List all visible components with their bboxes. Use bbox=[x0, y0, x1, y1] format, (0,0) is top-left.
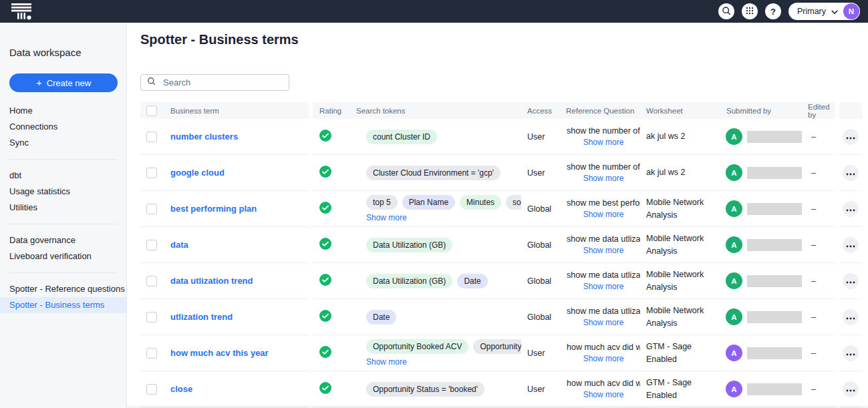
create-new-button[interactable]: + Create new bbox=[9, 73, 118, 92]
sidebar-item-spotter-reference-questions[interactable]: Spotter - Reference questions bbox=[0, 281, 126, 297]
question-show-more-link[interactable]: Show more bbox=[583, 174, 624, 183]
submitted-by-cell: A bbox=[720, 227, 802, 263]
row-more-actions-button[interactable] bbox=[843, 201, 859, 217]
tokens-show-more-link[interactable]: Show more bbox=[366, 357, 407, 367]
edited-by-cell: – bbox=[802, 263, 835, 299]
sidebar-item-utilities[interactable]: Utilities bbox=[0, 200, 126, 216]
sidebar-item-liveboard-verification[interactable]: Liveboard verification bbox=[0, 248, 126, 264]
row-more-actions-button[interactable] bbox=[843, 237, 859, 253]
redacted-name-block bbox=[747, 131, 802, 143]
table-row: dataData Utilization (GB)Globalshow me d… bbox=[140, 227, 862, 263]
question-show-more-link[interactable]: Show more bbox=[583, 354, 624, 363]
row-checkbox[interactable] bbox=[146, 276, 157, 286]
redacted-name-block bbox=[747, 383, 802, 395]
token-pill-list: Data Utilization (GB)Date bbox=[366, 274, 488, 288]
help-button[interactable]: ? bbox=[765, 3, 781, 19]
worksheet-cell: Mobile Network Analysis bbox=[640, 227, 720, 263]
row-checkbox[interactable] bbox=[146, 348, 157, 359]
row-more-actions-button[interactable] bbox=[843, 381, 859, 397]
business-term-link[interactable]: best performing plan bbox=[170, 204, 257, 214]
submitted-by-cell: A bbox=[720, 371, 802, 407]
row-checkbox[interactable] bbox=[146, 168, 157, 178]
token-pill-list: count Cluster ID bbox=[366, 130, 437, 144]
row-more-actions-button[interactable] bbox=[843, 129, 859, 145]
row-checkbox[interactable] bbox=[146, 312, 157, 323]
submitted-by-cell: A bbox=[720, 299, 802, 335]
submitter-avatar: A bbox=[726, 381, 742, 397]
business-term-link[interactable]: google cloud bbox=[170, 168, 225, 178]
question-show-more-link[interactable]: Show more bbox=[583, 138, 624, 147]
question-show-more-link[interactable]: Show more bbox=[583, 282, 624, 291]
search-token-pill: top 5 bbox=[366, 195, 398, 210]
question-show-more-link[interactable]: Show more bbox=[583, 390, 624, 399]
tokens-show-more-link[interactable]: Show more bbox=[366, 213, 407, 222]
edited-by-cell: – bbox=[802, 227, 835, 263]
sidebar-item-spotter-business-terms[interactable]: Spotter - Business terms bbox=[0, 297, 126, 313]
table-row: best performing plantop 5Plan NameMinute… bbox=[140, 191, 862, 227]
business-terms-table: Business termRatingSearch tokensAccessRe… bbox=[140, 102, 862, 407]
search-tokens-cell: Data Utilization (GB)Date bbox=[350, 263, 521, 299]
row-more-actions-button[interactable] bbox=[843, 165, 859, 181]
sidebar-item-sync[interactable]: Sync bbox=[0, 135, 126, 151]
row-select-cell bbox=[140, 119, 164, 155]
search-token-pill: Cluster Cloud Environment = 'gcp' bbox=[366, 166, 500, 180]
row-more-actions-button[interactable] bbox=[843, 309, 859, 325]
submitter-avatar: A bbox=[726, 200, 742, 217]
reference-question-cell: how much acv did wShow more bbox=[560, 371, 640, 407]
business-term-cell: data utlization trend bbox=[164, 263, 309, 299]
org-selector[interactable]: Primary N bbox=[788, 3, 860, 20]
worksheet-cell: ak jul ws 2 bbox=[640, 119, 720, 155]
business-term-cell: close bbox=[164, 371, 309, 407]
access-cell: Global bbox=[521, 263, 560, 299]
row-actions-cell bbox=[839, 263, 862, 299]
row-more-actions-button[interactable] bbox=[843, 345, 859, 361]
select-all-checkbox[interactable] bbox=[146, 106, 157, 116]
worksheet-cell: Mobile Network Analysis bbox=[640, 299, 720, 335]
business-term-link[interactable]: data bbox=[170, 240, 188, 250]
sidebar-item-usage-statistics[interactable]: Usage statistics bbox=[0, 184, 126, 200]
row-more-actions-button[interactable] bbox=[843, 273, 859, 289]
question-show-more-link[interactable]: Show more bbox=[583, 246, 624, 255]
reference-question-text: show the number of c bbox=[567, 126, 640, 136]
access-cell: Global bbox=[521, 227, 560, 263]
table-header-row: Business termRatingSearch tokensAccessRe… bbox=[140, 102, 862, 119]
access-cell: User bbox=[521, 119, 560, 155]
search-icon bbox=[146, 76, 156, 89]
sidebar-item-connections[interactable]: Connections bbox=[0, 119, 126, 135]
org-selector-label: Primary bbox=[797, 7, 826, 16]
search-input[interactable] bbox=[162, 77, 283, 88]
row-checkbox[interactable] bbox=[146, 204, 157, 214]
business-term-link[interactable]: utlization trend bbox=[170, 312, 233, 322]
question-show-more-link[interactable]: Show more bbox=[583, 210, 624, 219]
row-select-cell bbox=[140, 155, 164, 191]
sidebar-item-home[interactable]: Home bbox=[0, 103, 126, 119]
business-term-link[interactable]: how much acv this year bbox=[170, 348, 269, 358]
thoughtspot-logo-icon[interactable] bbox=[11, 3, 33, 20]
apps-button[interactable] bbox=[742, 3, 758, 19]
row-actions-cell bbox=[839, 155, 862, 191]
rating-cell bbox=[313, 299, 350, 335]
row-select-cell bbox=[140, 299, 164, 335]
row-checkbox[interactable] bbox=[146, 240, 157, 250]
redacted-name-block bbox=[747, 311, 802, 323]
worksheet-cell: GTM - Sage Enabled bbox=[640, 371, 720, 407]
table-search-box[interactable] bbox=[140, 74, 289, 91]
sidebar-item-dbt[interactable]: dbt bbox=[0, 168, 126, 184]
verified-check-icon bbox=[319, 166, 331, 180]
row-checkbox[interactable] bbox=[146, 132, 157, 142]
main-content: Spotter - Business terms Business termRa… bbox=[127, 23, 868, 408]
business-term-link[interactable]: data utlization trend bbox=[170, 276, 253, 286]
row-checkbox[interactable] bbox=[146, 384, 157, 395]
business-term-link[interactable]: number clusters bbox=[170, 132, 238, 142]
business-term-link[interactable]: close bbox=[170, 384, 192, 394]
business-term-cell: number clusters bbox=[164, 119, 309, 155]
token-pill-list: top 5Plan NameMinutessort by bbox=[366, 195, 521, 210]
user-avatar[interactable]: N bbox=[843, 3, 859, 19]
question-show-more-link[interactable]: Show more bbox=[583, 318, 624, 327]
search-button[interactable] bbox=[718, 3, 734, 19]
business-term-cell: best performing plan bbox=[164, 191, 309, 227]
sidebar-item-data-governance[interactable]: Data governance bbox=[0, 232, 126, 248]
submitted-by-cell: A bbox=[720, 335, 802, 371]
search-token-pill: sort by bbox=[506, 195, 521, 210]
reference-question-cell: show me data utlizatiShow more bbox=[560, 299, 640, 335]
